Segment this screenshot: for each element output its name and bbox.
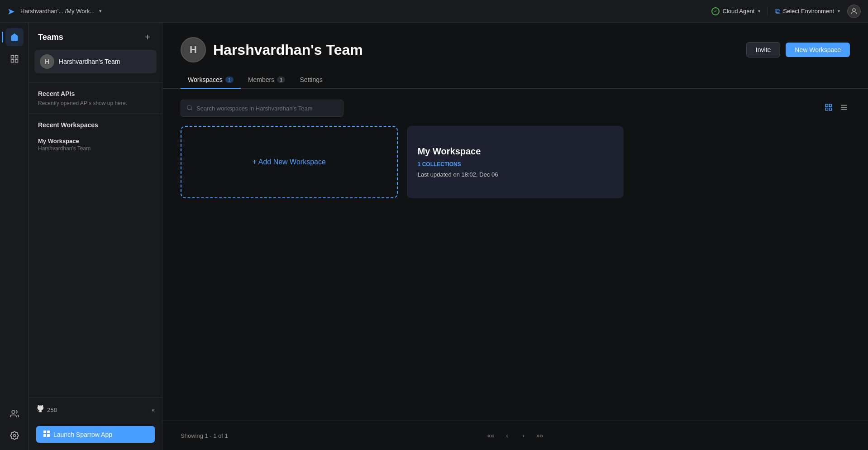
launch-label: Launch Sparrow App <box>53 431 112 438</box>
tab-workspaces-label: Workspaces <box>188 76 223 83</box>
pagination-prev-button[interactable]: ‹ <box>500 428 515 443</box>
tab-workspaces-badge: 1 <box>225 77 234 83</box>
pagination-next-button[interactable]: › <box>516 428 531 443</box>
svg-rect-9 <box>43 434 46 437</box>
launch-sparrow-button[interactable]: Launch Sparrow App <box>36 426 155 443</box>
recent-workspace-item[interactable]: My Workspace Harshvardhan's Team <box>29 138 162 152</box>
svg-line-12 <box>191 109 192 110</box>
svg-rect-8 <box>47 431 50 433</box>
svg-point-0 <box>853 9 855 11</box>
environment-selector[interactable]: ⧉ Select Environment ▾ <box>775 7 840 15</box>
svg-rect-4 <box>15 60 18 62</box>
left-sidebar: Teams + H Harshvardhan's Team Recent API… <box>29 23 162 450</box>
tab-members-badge: 1 <box>277 77 285 83</box>
github-count: 258 <box>47 407 57 413</box>
workspace-card-updated: Last updated on 18:02, Dec 06 <box>418 171 613 178</box>
pagination-first-button[interactable]: «« <box>484 428 498 443</box>
list-view-button[interactable] <box>838 101 850 115</box>
svg-point-5 <box>12 411 15 414</box>
launch-icon <box>43 431 50 438</box>
tab-workspaces[interactable]: Workspaces 1 <box>181 72 241 89</box>
tabs: Workspaces 1 Members 1 Settings <box>162 72 868 89</box>
svg-rect-16 <box>830 108 832 110</box>
sidebar-divider-1 <box>29 82 162 83</box>
workspace-card-title: My Workspace <box>418 146 613 157</box>
sidebar-footer: 258 « <box>29 397 162 422</box>
svg-rect-3 <box>11 60 14 62</box>
svg-rect-2 <box>15 56 18 58</box>
search-box <box>181 100 343 117</box>
svg-rect-15 <box>825 108 828 110</box>
content-toolbar <box>181 100 850 117</box>
cloud-agent-chevron: ▾ <box>758 9 760 14</box>
recent-apis-section: Recent APIs Recently opened APIs show up… <box>29 90 162 106</box>
pagination-bar: Showing 1 - 1 of 1 «« ‹ › »» <box>162 421 868 450</box>
team-name: Harshvardhan's Team <box>59 58 120 65</box>
tab-members[interactable]: Members 1 <box>241 72 292 89</box>
search-input[interactable] <box>196 105 338 112</box>
svg-point-6 <box>13 435 15 437</box>
env-layers-icon: ⧉ <box>775 7 780 15</box>
sidebar-teams-header: Teams + <box>29 23 162 48</box>
add-team-button[interactable]: + <box>142 32 153 43</box>
github-icon <box>36 405 44 415</box>
recent-workspaces-section: Recent Workspaces <box>29 121 162 131</box>
cloud-agent-label: Cloud Agent <box>722 8 754 14</box>
sidebar-icon-settings[interactable] <box>5 426 24 445</box>
header-divider <box>768 7 768 16</box>
env-label: Select Environment <box>783 8 834 14</box>
svg-point-11 <box>187 105 191 109</box>
recent-workspace-name: My Workspace <box>38 138 153 144</box>
pagination-info: Showing 1 - 1 of 1 <box>181 432 228 439</box>
svg-rect-10 <box>47 434 50 437</box>
recent-apis-title: Recent APIs <box>38 90 153 97</box>
breadcrumb[interactable]: Harshvardhan'... /My Work... <box>20 8 95 14</box>
sidebar-divider-2 <box>29 114 162 114</box>
sidebar-github-link[interactable]: 258 <box>36 405 57 415</box>
team-title-area: H Harshvardhan's Team <box>181 37 363 62</box>
sidebar-icon-grid[interactable] <box>5 50 24 68</box>
team-avatar: H <box>40 54 54 69</box>
breadcrumb-chevron[interactable]: ▾ <box>99 8 102 14</box>
pagination-last-button[interactable]: »» <box>533 428 547 443</box>
workspace-card-my-workspace[interactable]: My Workspace 1 COLLECTIONS Last updated … <box>407 126 624 198</box>
recent-workspace-team: Harshvardhan's Team <box>38 145 153 152</box>
grid-view-button[interactable] <box>823 101 835 115</box>
svg-rect-1 <box>11 56 14 58</box>
content-body: + Add New Workspace My Workspace 1 COLLE… <box>162 89 868 421</box>
workspace-card-collections: 1 COLLECTIONS <box>418 161 613 168</box>
svg-rect-13 <box>825 104 828 106</box>
team-title-avatar: H <box>181 37 206 62</box>
add-workspace-card[interactable]: + Add New Workspace <box>181 126 398 198</box>
sidebar-teams-title: Teams <box>38 33 63 42</box>
user-avatar[interactable] <box>847 5 861 18</box>
cloud-agent-selector[interactable]: ✓ Cloud Agent ▾ <box>711 7 760 15</box>
content-header: H Harshvardhan's Team Invite New Workspa… <box>162 23 868 62</box>
recent-workspaces-title: Recent Workspaces <box>38 121 153 129</box>
new-workspace-button[interactable]: New Workspace <box>786 43 850 57</box>
icon-sidebar-bottom <box>5 405 24 445</box>
invite-button[interactable]: Invite <box>746 42 780 57</box>
workspace-collections-count: 1 <box>418 161 421 168</box>
workspace-grid: + Add New Workspace My Workspace 1 COLLE… <box>181 126 850 198</box>
tab-members-label: Members <box>248 76 274 83</box>
tab-settings[interactable]: Settings <box>292 72 330 89</box>
recent-apis-subtitle: Recently opened APIs show up here. <box>38 100 153 106</box>
sidebar-collapse-button[interactable]: « <box>152 407 155 413</box>
header-actions: Invite New Workspace <box>746 42 850 57</box>
pagination-controls: «« ‹ › »» <box>484 428 547 443</box>
team-title: Harshvardhan's Team <box>213 42 363 58</box>
sidebar-team-item[interactable]: H Harshvardhan's Team <box>34 50 157 73</box>
tab-settings-label: Settings <box>300 76 323 83</box>
view-toggle <box>823 101 850 115</box>
svg-rect-14 <box>830 104 832 106</box>
sidebar-icon-users[interactable] <box>5 405 24 423</box>
icon-sidebar <box>0 23 29 450</box>
svg-rect-7 <box>43 431 46 433</box>
main-content: H Harshvardhan's Team Invite New Workspa… <box>162 23 868 450</box>
cloud-agent-status-icon: ✓ <box>711 7 720 15</box>
app-logo: ➤ <box>7 6 15 17</box>
search-icon <box>186 105 193 112</box>
sidebar-icon-home[interactable] <box>5 28 24 46</box>
main-layout: Teams + H Harshvardhan's Team Recent API… <box>0 23 868 450</box>
